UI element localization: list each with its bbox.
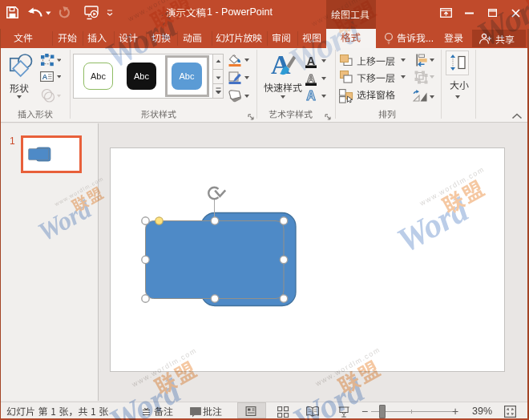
svg-text:A: A — [307, 55, 316, 67]
svg-text:A: A — [42, 72, 47, 81]
svg-text:A: A — [306, 89, 316, 102]
svg-text:A: A — [307, 72, 316, 85]
